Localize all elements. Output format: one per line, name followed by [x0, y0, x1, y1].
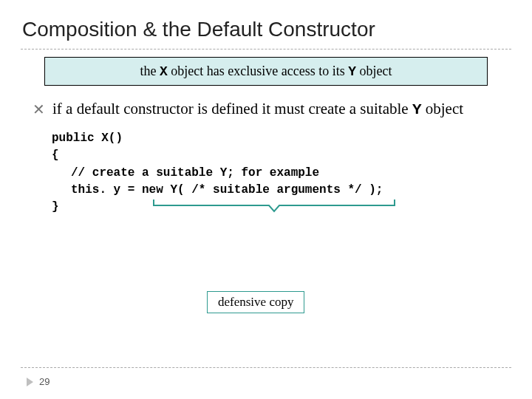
bracket-annotation — [152, 198, 396, 214]
footer-divider — [21, 367, 511, 368]
callout-text-pre: the — [140, 64, 160, 78]
slide-title: Composition & the Default Constructor — [0, 0, 532, 49]
footer: 29 — [27, 376, 50, 387]
callout-code-x: X — [160, 64, 168, 79]
callout-box: the X object has exclusive access to its… — [44, 57, 488, 86]
code-line-4: this. y = new Y( /* suitable arguments *… — [52, 182, 499, 199]
annotation-label: defensive copy — [207, 291, 304, 313]
callout-code-y: Y — [348, 64, 356, 79]
code-line-3: // create a suitable Y; for example — [52, 165, 499, 182]
code-line-2: { — [52, 147, 499, 164]
bullet-text: if a default constructor is defined it m… — [52, 99, 463, 120]
code-line-1: public X() — [52, 130, 499, 147]
bullet-item: ✕ if a default constructor is defined it… — [33, 99, 499, 120]
code-block: public X() { // create a suitable Y; for… — [52, 130, 499, 216]
page-number: 29 — [39, 376, 50, 387]
callout-text-mid: object has exclusive access to its — [168, 64, 348, 78]
bullet-icon: ✕ — [33, 99, 45, 118]
bullet-pre: if a default constructor is defined it m… — [52, 100, 412, 117]
bullet-post: object — [422, 100, 464, 117]
triangle-icon — [27, 378, 33, 386]
callout-text-post: object — [356, 64, 392, 78]
title-divider — [21, 49, 511, 50]
bullet-code-y: Y — [412, 101, 422, 118]
